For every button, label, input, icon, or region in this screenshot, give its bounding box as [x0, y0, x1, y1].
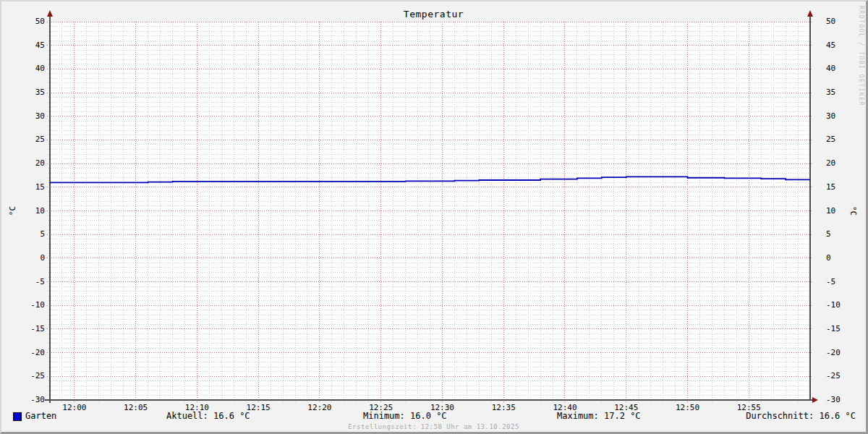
y-tick-label-left: 5: [17, 229, 45, 239]
y-tick-label-right: -30: [826, 395, 854, 404]
y-tick-label-right: 35: [826, 88, 854, 97]
y-tick-label-left: 10: [17, 206, 45, 216]
stat-aktuell: Aktuell: 16.6 °C: [166, 411, 250, 421]
y-tick-label-left: -30: [17, 395, 45, 404]
y-axis-unit-right: °C: [848, 199, 858, 224]
stat-durchschnitt: Durchschnitt: 16.6 °C: [746, 411, 856, 421]
y-tick-label-right: 0: [826, 253, 854, 263]
legend-stats-row: Garten Aktuell: 16.6 °C Minimum: 16.0 °C…: [1, 411, 866, 422]
y-tick-label-right: 40: [826, 64, 854, 73]
y-tick-label-right: -10: [826, 300, 854, 310]
creation-timestamp: Erstellungszeit: 12:58 Uhr am 13.10.2025: [1, 423, 866, 430]
y-tick-label-right: -15: [826, 324, 854, 333]
y-tick-label-right: -20: [826, 348, 854, 357]
rrdtool-watermark: RRDTOOL / TOBI OETIKER: [858, 6, 864, 106]
y-tick-label-right: -25: [826, 371, 854, 380]
y-tick-label-left: -5: [17, 277, 45, 286]
y-tick-label-left: 25: [17, 135, 45, 144]
y-tick-label-left: 15: [17, 182, 45, 192]
rrdtool-graph: Temperatur 50504545404035353030252520201…: [0, 0, 868, 434]
stat-minimum: Minimum: 16.0 °C: [363, 411, 447, 421]
y-tick-label-left: -20: [17, 348, 45, 357]
y-tick-label-left: -25: [17, 371, 45, 380]
y-tick-label-right: 5: [826, 229, 854, 239]
y-tick-label-left: -15: [17, 324, 45, 333]
legend-label: Garten: [25, 411, 56, 421]
y-tick-label-right: 20: [826, 158, 854, 168]
y-axis-unit-left: °C: [8, 199, 17, 224]
y-tick-label-left: 20: [17, 158, 45, 168]
y-tick-label-right: 15: [826, 182, 854, 192]
y-tick-label-left: 45: [17, 41, 45, 50]
y-tick-label-left: 40: [17, 64, 45, 73]
y-tick-label-right: 30: [826, 111, 854, 121]
plot-area: [1, 1, 866, 432]
y-tick-label-left: 35: [17, 88, 45, 97]
y-tick-label-right: 45: [826, 41, 854, 50]
y-tick-label-right: 50: [826, 17, 854, 26]
y-tick-label-left: -10: [17, 300, 45, 310]
y-tick-label-left: 30: [17, 111, 45, 121]
y-tick-label-left: 0: [17, 253, 45, 263]
stat-maximum: Maximum: 17.2 °C: [557, 411, 641, 421]
legend-color-swatch: [13, 412, 22, 421]
y-tick-label-left: 50: [17, 17, 45, 26]
y-tick-label-right: 25: [826, 135, 854, 144]
y-tick-label-right: -5: [826, 277, 854, 286]
